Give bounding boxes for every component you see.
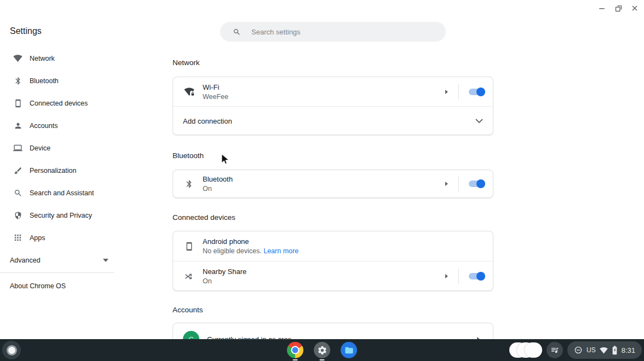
section-heading-connected-devices: Connected devices: [173, 213, 235, 222]
section-heading-bluetooth: Bluetooth: [173, 152, 204, 160]
search-input[interactable]: [250, 27, 428, 37]
section-heading-network: Network: [173, 59, 200, 67]
toggle-thumb: [476, 88, 485, 96]
minimize-button[interactable]: [596, 2, 608, 14]
brush-icon: [13, 166, 22, 175]
sidebar-item-label: Device: [30, 144, 50, 152]
media-controls-button[interactable]: [547, 342, 563, 358]
shelf-status-area: US 8:31: [509, 341, 642, 359]
wifi-network-name: WeeFee: [203, 93, 228, 101]
do-not-disturb-icon: [574, 346, 583, 354]
notification-stack[interactable]: [509, 342, 542, 358]
shield-icon: [13, 211, 22, 220]
nearby-share-toggle[interactable]: [469, 273, 484, 280]
close-icon: [631, 5, 638, 11]
shelf-apps: [287, 342, 357, 358]
android-phone-status: No eligible devices.: [203, 247, 262, 255]
bluetooth-toggle[interactable]: [469, 180, 484, 187]
sidebar-item-label: Network: [30, 55, 55, 62]
minimize-icon: [599, 5, 605, 11]
wifi-icon: [600, 346, 608, 354]
wifi-lock-icon: [183, 86, 195, 97]
wifi-toggle[interactable]: [469, 89, 484, 95]
page-title: Settings: [10, 26, 42, 36]
shelf-app-chrome[interactable]: [287, 342, 303, 358]
media-controls-icon: [550, 346, 559, 354]
sidebar-item-apps[interactable]: Apps: [0, 226, 127, 249]
toggle-thumb: [476, 179, 485, 188]
chevron-down-icon[interactable]: [475, 116, 483, 126]
launcher-icon: [8, 347, 15, 354]
sidebar-item-about-chromeos[interactable]: About Chrome OS: [0, 273, 127, 299]
close-button[interactable]: [629, 2, 641, 14]
battery-icon: [612, 346, 618, 355]
sidebar-advanced-toggle[interactable]: Advanced: [0, 249, 127, 271]
section-heading-accounts: Accounts: [173, 306, 203, 314]
bluetooth-state: On: [203, 185, 233, 193]
person-icon: [13, 121, 22, 130]
sidebar-item-connected-devices[interactable]: Connected devices: [0, 92, 127, 114]
bluetooth-icon: [13, 76, 22, 85]
android-phone-title: Android phone: [203, 237, 298, 246]
sidebar-item-accounts[interactable]: Accounts: [0, 114, 127, 137]
smartphone-icon: [13, 98, 22, 108]
nearby-share-icon: [183, 272, 195, 281]
wifi-title: Wi-Fi: [203, 83, 228, 91]
learn-more-link[interactable]: Learn more: [263, 247, 298, 255]
sidebar: Network Bluetooth Connected devices Acco…: [0, 47, 127, 299]
bluetooth-title: Bluetooth: [203, 175, 233, 183]
bluetooth-row[interactable]: Bluetooth On: [173, 170, 493, 197]
signed-in-title: Currently signed in as cros: [207, 335, 291, 340]
sidebar-item-personalization[interactable]: Personalization: [0, 159, 127, 182]
shelf: US 8:31: [0, 339, 644, 361]
search-icon: [13, 188, 22, 197]
sidebar-item-label: Bluetooth: [30, 77, 59, 85]
subpage-arrow-icon[interactable]: [445, 274, 448, 278]
settings-window: Settings Network Bluetooth Connected dev…: [0, 0, 644, 339]
wifi-icon: [13, 54, 22, 63]
signed-in-row[interactable]: C Currently signed in as cros: [173, 323, 493, 339]
window-controls: [596, 2, 641, 14]
sidebar-item-label: Search and Assistant: [30, 189, 94, 197]
sidebar-item-device[interactable]: Device: [0, 137, 127, 159]
add-connection-label: Add connection: [183, 117, 232, 125]
bluetooth-card: Bluetooth On: [173, 170, 493, 198]
nearby-share-row[interactable]: Nearby Share On: [173, 261, 493, 291]
restore-button[interactable]: [612, 2, 624, 14]
chevron-down-icon: [103, 259, 108, 262]
sidebar-item-label: Personalization: [30, 167, 76, 174]
android-phone-row[interactable]: Android phone No eligible devices. Learn…: [173, 231, 493, 261]
nearby-share-title: Nearby Share: [203, 267, 246, 276]
sidebar-item-bluetooth[interactable]: Bluetooth: [0, 69, 127, 92]
settings-gear-icon: [314, 342, 330, 358]
search-icon: [233, 28, 241, 36]
accounts-card: C Currently signed in as cros: [173, 323, 493, 339]
chromeos-screen: Settings Network Bluetooth Connected dev…: [0, 0, 644, 361]
sidebar-item-network[interactable]: Network: [0, 47, 127, 69]
shelf-app-settings[interactable]: [314, 342, 330, 358]
smartphone-icon: [183, 242, 195, 251]
sidebar-item-label: Connected devices: [30, 100, 88, 107]
shelf-app-files[interactable]: [341, 342, 357, 358]
sidebar-item-label: Accounts: [30, 122, 58, 130]
launcher-button[interactable]: [2, 341, 21, 359]
sidebar-item-search-assistant[interactable]: Search and Assistant: [0, 182, 127, 204]
files-folder-icon: [341, 342, 357, 358]
subpage-arrow-icon[interactable]: [445, 90, 448, 94]
subpage-arrow-icon[interactable]: [445, 182, 448, 186]
settings-main: Network Wi-Fi WeeFee Add connecti: [173, 0, 493, 339]
row-separator: [458, 269, 459, 284]
sidebar-item-security-privacy[interactable]: Security and Privacy: [0, 204, 127, 226]
status-tray[interactable]: US 8:31: [567, 341, 642, 359]
keyboard-layout-label: US: [586, 346, 596, 354]
nearby-share-state: On: [203, 277, 246, 285]
network-card: Wi-Fi WeeFee Add connection: [173, 77, 493, 135]
wifi-row[interactable]: Wi-Fi WeeFee: [173, 77, 493, 106]
notification-card: [525, 342, 542, 358]
running-indicator: [293, 359, 298, 360]
add-connection-row[interactable]: Add connection: [173, 107, 493, 135]
apps-grid-icon: [13, 233, 22, 242]
search-bar[interactable]: [220, 22, 446, 42]
restore-icon: [615, 5, 622, 12]
avatar: C: [183, 331, 199, 339]
